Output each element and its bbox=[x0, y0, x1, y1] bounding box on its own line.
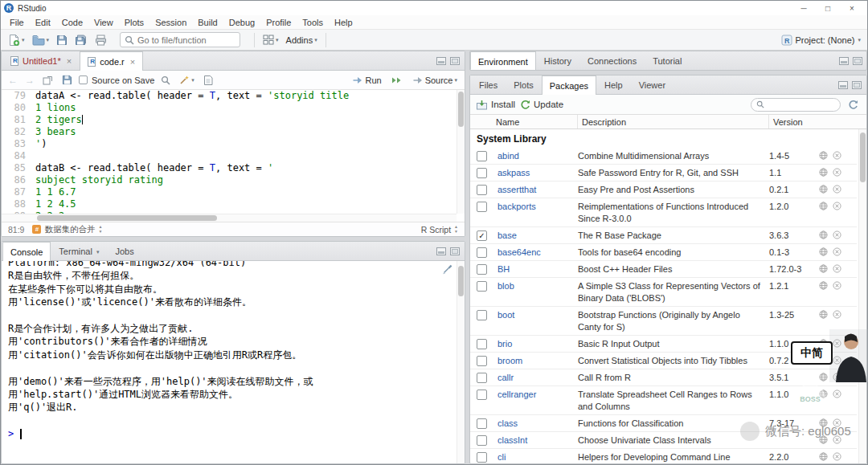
files-tab-files[interactable]: Files bbox=[471, 75, 506, 94]
minimize-panel-icon[interactable] bbox=[838, 81, 848, 89]
panes-button[interactable]: ▾ bbox=[260, 31, 281, 48]
code-line[interactable]: 85dataB <- read.table( header = T, text … bbox=[2, 162, 465, 174]
compile-report-button[interactable] bbox=[201, 71, 215, 88]
maximize-panel-icon[interactable] bbox=[852, 81, 862, 89]
maximize-button[interactable]: □ bbox=[816, 2, 840, 15]
code-line[interactable]: 86subject storyid rating bbox=[2, 174, 465, 186]
menu-item-debug[interactable]: Debug bbox=[223, 17, 260, 28]
code-line[interactable]: 871 1 6.7 bbox=[2, 186, 465, 198]
package-checkbox[interactable] bbox=[477, 151, 487, 161]
package-row-askpass[interactable]: askpassSafe Password Entry for R, Git, a… bbox=[470, 165, 857, 182]
save-source-button[interactable] bbox=[59, 71, 75, 88]
column-header-version[interactable]: Version bbox=[768, 115, 866, 128]
minimize-panel-icon[interactable] bbox=[436, 247, 446, 255]
menu-item-help[interactable]: Help bbox=[329, 17, 358, 28]
package-name-link[interactable]: class bbox=[497, 418, 578, 430]
package-remove-icon[interactable] bbox=[833, 230, 841, 239]
package-website-icon[interactable] bbox=[819, 202, 828, 210]
update-button[interactable]: Update bbox=[520, 100, 563, 110]
package-website-icon[interactable] bbox=[819, 264, 828, 273]
save-all-button[interactable] bbox=[72, 31, 90, 48]
package-website-icon[interactable] bbox=[819, 247, 828, 256]
close-tab-icon[interactable]: × bbox=[130, 57, 135, 67]
package-checkbox[interactable] bbox=[477, 356, 487, 366]
package-name-link[interactable]: cellranger bbox=[497, 389, 578, 401]
package-checkbox[interactable] bbox=[477, 452, 487, 463]
code-line[interactable]: 801 lions bbox=[2, 102, 465, 114]
maximize-panel-icon[interactable] bbox=[853, 57, 862, 65]
package-name-link[interactable]: callr bbox=[497, 372, 578, 384]
menu-item-tools[interactable]: Tools bbox=[297, 17, 329, 28]
package-website-icon[interactable] bbox=[819, 281, 828, 290]
package-name-link[interactable]: assertthat bbox=[497, 184, 578, 196]
package-checkbox[interactable] bbox=[477, 310, 487, 320]
source-on-save-checkbox[interactable] bbox=[79, 75, 88, 84]
package-name-link[interactable]: brio bbox=[497, 338, 578, 350]
code-line[interactable]: 84 bbox=[2, 150, 465, 162]
console-output-area[interactable]: Platform: x86_64-w64-mingw32/x64 (64-bit… bbox=[2, 261, 465, 463]
package-checkbox[interactable] bbox=[477, 418, 487, 429]
project-selector[interactable]: R Project: (None) ▾ bbox=[781, 35, 863, 46]
forward-icon[interactable]: → bbox=[23, 75, 36, 86]
clear-console-button[interactable] bbox=[442, 263, 453, 278]
save-button[interactable] bbox=[54, 31, 70, 48]
package-checkbox[interactable] bbox=[477, 373, 487, 383]
package-checkbox[interactable]: ✓ bbox=[477, 230, 487, 241]
console-tab-jobs[interactable]: Jobs bbox=[107, 242, 141, 260]
package-row-abind[interactable]: abindCombine Multidimensional Arrays1.4-… bbox=[470, 148, 857, 165]
minimize-button[interactable]: ─ bbox=[792, 2, 816, 15]
package-website-icon[interactable] bbox=[819, 151, 828, 160]
menu-item-session[interactable]: Session bbox=[149, 17, 192, 28]
package-row-base64enc[interactable]: base64encTools for base64 encoding0.1-3 bbox=[470, 244, 857, 261]
close-tab-icon[interactable]: × bbox=[67, 56, 72, 66]
code-editor[interactable]: 79dataA <- read.table( header = T, text … bbox=[2, 90, 465, 222]
minimize-panel-icon[interactable] bbox=[839, 57, 849, 65]
code-line[interactable]: 79dataA <- read.table( header = T, text … bbox=[2, 90, 465, 102]
menu-item-profile[interactable]: Profile bbox=[260, 17, 297, 28]
package-name-link[interactable]: base bbox=[497, 230, 578, 242]
code-line[interactable]: 812 tigers bbox=[2, 114, 465, 126]
menu-item-code[interactable]: Code bbox=[56, 17, 88, 28]
source-tab-untitled1[interactable]: RUntitled1*× bbox=[2, 51, 80, 70]
package-row-boot[interactable]: bootBootstrap Functions (Originally by A… bbox=[470, 307, 857, 336]
package-checkbox[interactable] bbox=[477, 168, 487, 178]
menu-item-file[interactable]: File bbox=[4, 17, 30, 28]
find-replace-button[interactable] bbox=[158, 71, 173, 88]
column-header-description[interactable]: Description bbox=[577, 115, 768, 128]
package-remove-icon[interactable] bbox=[833, 281, 841, 290]
code-tools-button[interactable]: ▾ bbox=[177, 71, 197, 88]
package-website-icon[interactable] bbox=[819, 452, 828, 461]
package-remove-icon[interactable] bbox=[833, 151, 841, 160]
section-navigator[interactable]: # 数据集的合并 ▲▼ bbox=[32, 224, 102, 235]
files-tab-viewer[interactable]: Viewer bbox=[631, 75, 674, 94]
package-name-link[interactable]: broom bbox=[497, 355, 578, 367]
code-line[interactable]: 823 bears bbox=[2, 126, 465, 138]
package-remove-icon[interactable] bbox=[833, 202, 841, 210]
package-remove-icon[interactable] bbox=[833, 168, 841, 177]
menu-item-view[interactable]: View bbox=[88, 17, 119, 28]
package-website-icon[interactable] bbox=[819, 373, 828, 381]
package-checkbox[interactable] bbox=[477, 264, 487, 275]
package-name-link[interactable]: BH bbox=[497, 263, 578, 275]
maximize-panel-icon[interactable] bbox=[450, 247, 460, 255]
package-name-link[interactable]: askpass bbox=[497, 167, 578, 179]
env-tab-tutorial[interactable]: Tutorial bbox=[645, 51, 690, 70]
package-row-bh[interactable]: BHBoost C++ Header Files1.72.0-3 bbox=[470, 261, 857, 278]
back-icon[interactable]: ← bbox=[6, 75, 19, 86]
package-checkbox[interactable] bbox=[477, 390, 487, 400]
package-checkbox[interactable] bbox=[477, 281, 487, 292]
package-website-icon[interactable] bbox=[819, 310, 828, 319]
package-checkbox[interactable] bbox=[477, 339, 487, 349]
new-file-button[interactable]: ▾ bbox=[6, 31, 27, 48]
package-website-icon[interactable] bbox=[819, 185, 828, 194]
files-tab-packages[interactable]: Packages bbox=[542, 75, 596, 95]
filetype-selector[interactable]: R Script ▲▼ bbox=[421, 225, 458, 235]
package-checkbox[interactable] bbox=[477, 435, 487, 446]
open-file-button[interactable]: ▾ bbox=[30, 31, 52, 48]
env-tab-history[interactable]: History bbox=[536, 51, 579, 70]
files-tab-help[interactable]: Help bbox=[596, 75, 631, 94]
editor-horizontal-scrollbar[interactable] bbox=[2, 214, 457, 222]
source-button[interactable]: Source ▾ bbox=[410, 71, 460, 88]
column-header-name[interactable]: Name bbox=[496, 117, 577, 127]
package-row-cli[interactable]: cliHelpers for Developing Command Line I… bbox=[470, 449, 857, 463]
